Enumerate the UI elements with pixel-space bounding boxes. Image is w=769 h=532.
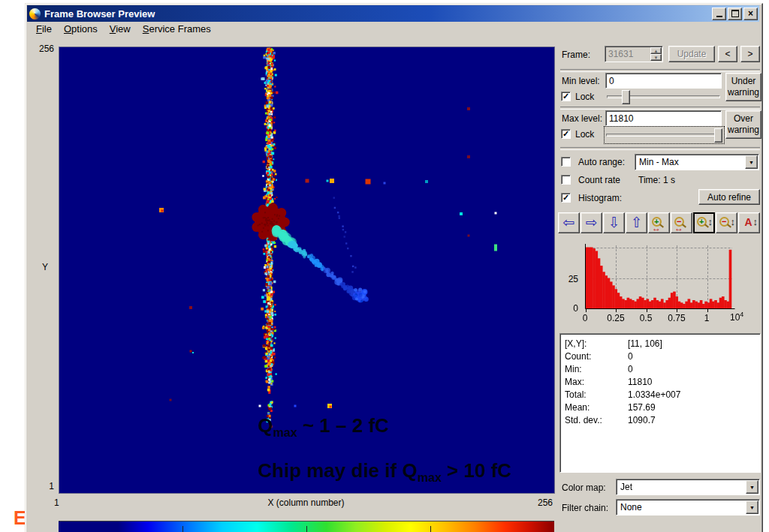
arrow-down-icon: ⇩ xyxy=(608,215,620,230)
annotation-qmax: Qmax ~ 1 – 2 fC xyxy=(258,414,389,440)
over-warning-button[interactable]: Over warning xyxy=(725,110,761,139)
filter-chain-value: None xyxy=(617,500,745,515)
auto-scale-y-button[interactable]: A ↕ xyxy=(738,212,760,233)
hist-xtick-05: 0.5 xyxy=(633,313,659,323)
y-axis-max-label: 256 xyxy=(32,44,54,54)
window-title: Frame Browser Preview xyxy=(44,8,712,20)
stat-row-stddev: Std. dev.:1090.7 xyxy=(565,414,755,427)
hist-ytick-0: 0 xyxy=(560,303,578,314)
close-button[interactable]: × xyxy=(743,8,758,20)
next-frame-button[interactable]: > xyxy=(740,46,760,62)
stat-row-min: Min:0 xyxy=(565,363,755,376)
annotation-chip-warning: Chip may die if Qmax > 10 fC xyxy=(258,459,511,485)
histogram-checkbox[interactable]: ✓ xyxy=(561,193,571,203)
scroll-up-button[interactable]: ⇧ xyxy=(626,212,647,233)
slider-groove xyxy=(606,134,722,137)
under-warning-button[interactable]: Under warning xyxy=(725,73,761,101)
menu-options[interactable]: Options xyxy=(58,22,104,36)
frame-spinbox[interactable]: 31631 ▲ ▼ xyxy=(605,46,663,62)
menu-view[interactable]: View xyxy=(104,22,137,36)
maximize-icon xyxy=(731,10,739,17)
max-level-slider[interactable] xyxy=(604,126,725,144)
colorbar xyxy=(59,521,554,532)
hist-xtick-1: 1 xyxy=(694,313,719,323)
hist-xtick-025: 0.25 xyxy=(603,313,629,323)
colorbar-tick xyxy=(306,526,307,532)
hist-xtick-0: 0 xyxy=(572,313,598,323)
auto-range-checkbox[interactable] xyxy=(561,157,571,167)
min-lock-checkbox[interactable]: ✓ xyxy=(561,92,571,101)
min-level-input[interactable]: 0 xyxy=(605,73,722,89)
menu-file[interactable]: File xyxy=(30,22,58,36)
stat-row-total: Total:1.0334e+007 xyxy=(565,389,755,401)
filter-chain-label: Filter chain: xyxy=(562,503,608,513)
count-rate-checkbox[interactable] xyxy=(561,175,571,185)
spin-down-icon: ▼ xyxy=(654,56,659,60)
hist-axis-exponent: 104 xyxy=(730,311,743,323)
menu-service-frames[interactable]: Service Frames xyxy=(137,22,217,36)
count-rate-time: Time: 1 s xyxy=(638,175,675,185)
maximize-button[interactable] xyxy=(728,8,742,20)
stat-row-xy: [X,Y]:[11, 106] xyxy=(565,338,755,350)
frame-spin-down[interactable]: ▼ xyxy=(650,54,662,61)
menubar: File Options View Service Frames xyxy=(27,22,759,36)
auto-range-dropdown[interactable]: Min - Max ▼ xyxy=(635,154,759,170)
prev-frame-button[interactable]: < xyxy=(718,46,737,62)
spin-up-icon: ▲ xyxy=(654,49,659,53)
dropdown-arrow-icon[interactable]: ▼ xyxy=(746,500,758,514)
max-lock-label: Lock xyxy=(575,129,594,140)
max-lock-checkbox[interactable]: ✓ xyxy=(561,129,571,139)
colorbar-tick xyxy=(182,526,183,532)
minimize-icon xyxy=(716,16,722,17)
max-slider-thumb[interactable] xyxy=(714,128,722,143)
separator xyxy=(560,147,760,150)
min-level-slider[interactable] xyxy=(605,89,722,104)
magnifier-plus-icon: + xyxy=(697,217,707,227)
app-icon xyxy=(29,8,41,20)
colormap-dropdown[interactable]: Jet ▼ xyxy=(616,479,760,495)
min-slider-thumb[interactable] xyxy=(622,90,630,104)
count-rate-label: Count rate xyxy=(578,175,620,185)
arrow-up-icon: ⇧ xyxy=(631,215,643,230)
max-level-label: Max level: xyxy=(562,113,602,124)
update-button[interactable]: Update xyxy=(668,46,715,62)
close-icon: × xyxy=(748,9,753,18)
stat-row-count: Count:0 xyxy=(565,350,755,363)
min-level-label: Min level: xyxy=(562,76,600,86)
y-axis-min-label: 1 xyxy=(36,481,54,491)
dropdown-arrow-icon[interactable]: ▼ xyxy=(746,480,758,494)
y-axis-title: Y xyxy=(42,262,48,272)
max-level-input[interactable]: 11810 xyxy=(605,110,722,126)
separator xyxy=(560,107,760,110)
scroll-right-button[interactable]: ⇨ xyxy=(581,212,602,233)
histogram-plot[interactable] xyxy=(585,242,735,313)
colorbar-tick xyxy=(430,526,431,532)
scroll-down-button[interactable]: ⇩ xyxy=(603,212,625,233)
stat-row-max: Max:11810 xyxy=(565,376,755,389)
stat-row-mean: Mean:157.69 xyxy=(565,401,755,414)
colormap-label: Color map: xyxy=(562,482,606,493)
hist-ytick-25: 25 xyxy=(560,274,578,284)
minimize-button[interactable] xyxy=(712,8,726,20)
arrow-left-icon: ⇦ xyxy=(563,215,575,230)
min-lock-label: Lock xyxy=(575,92,594,102)
frame-spin-up[interactable]: ▲ xyxy=(650,47,662,54)
zoom-out-x-button[interactable]: − ↔ xyxy=(671,212,692,233)
zoom-out-y-button[interactable]: − ↕ xyxy=(716,212,737,233)
zoom-in-x-button[interactable]: + ↔ xyxy=(648,212,670,233)
zoom-in-y-button[interactable]: + ↕ xyxy=(693,212,715,233)
x-axis-title: X (column number) xyxy=(59,497,553,508)
scroll-left-button[interactable]: ⇦ xyxy=(558,212,580,233)
auto-refine-button[interactable]: Auto refine xyxy=(698,189,760,205)
magnifier-minus-icon: − xyxy=(719,217,729,227)
histogram-label: Histogram: xyxy=(578,193,622,203)
page: E Frame Browser Preview × File Options V… xyxy=(0,0,769,532)
vertical-arrow-icon: ↕ xyxy=(708,217,713,227)
dropdown-arrow-icon[interactable]: ▼ xyxy=(745,155,758,169)
arrow-right-icon: ⇨ xyxy=(586,215,598,230)
titlebar[interactable]: Frame Browser Preview × xyxy=(27,5,759,22)
vertical-arrow-icon: ↕ xyxy=(731,217,736,227)
letter-a-icon: A xyxy=(744,216,752,228)
frame-label: Frame: xyxy=(562,50,590,60)
filter-chain-dropdown[interactable]: None ▼ xyxy=(616,499,760,515)
